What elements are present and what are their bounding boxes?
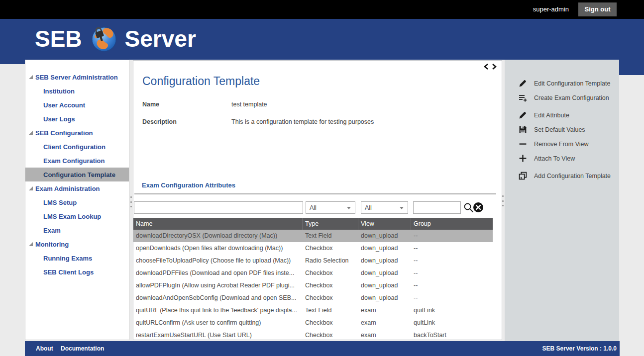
attach-to-view-action[interactable]: Attach To View xyxy=(505,151,619,166)
sidebar-item-monitoring[interactable]: Monitoring xyxy=(25,237,129,251)
search-icon[interactable] xyxy=(463,202,474,213)
tree-collapse-icon[interactable] xyxy=(29,131,33,135)
column-header-name[interactable]: Name xyxy=(133,218,303,230)
sidebar-item-configuration-template[interactable]: Configuration Template xyxy=(25,168,129,181)
group-filter-input[interactable] xyxy=(413,201,461,214)
chevron-down-icon xyxy=(400,207,404,209)
view-filter-value: All xyxy=(365,204,372,211)
sidebar-item-user-account[interactable]: User Account xyxy=(25,98,129,112)
table-row[interactable]: chooseFileToUploadPolicy (Choose file to… xyxy=(133,255,493,267)
sidebar-item-exam-configuration[interactable]: Exam Configuration xyxy=(25,154,129,168)
column-header-group[interactable]: Group xyxy=(411,218,493,230)
minus-icon xyxy=(519,140,527,148)
column-header-type[interactable]: Type xyxy=(303,218,358,230)
sidebar-item-exam[interactable]: Exam xyxy=(25,223,129,237)
pencil-icon xyxy=(519,79,527,88)
table-row[interactable]: restartExamUseStartURL (Use Start URL) C… xyxy=(133,329,493,340)
table-header-row: Name Type View Group xyxy=(133,218,493,230)
type-filter-value: All xyxy=(310,204,317,211)
logged-in-username: super-admin xyxy=(533,5,569,13)
page-title: Configuration Template xyxy=(142,75,260,88)
sidebar-item-seb-client-logs[interactable]: SEB Client Logs xyxy=(25,265,129,279)
actions-panel: Edit Configuration Template Create Exam … xyxy=(505,60,619,341)
next-icon[interactable] xyxy=(492,63,497,70)
footer-bar: About Documentation SEB Server Version :… xyxy=(25,341,620,356)
plus-icon xyxy=(519,154,527,163)
footer: About Documentation SEB Server Version :… xyxy=(0,341,644,356)
header-blue-extension-left xyxy=(0,60,25,64)
table-row[interactable]: downloadAndOpenSebConfig (Download and o… xyxy=(133,292,493,304)
create-list-icon xyxy=(519,93,527,102)
chevron-down-icon xyxy=(347,207,351,209)
brand: SEB Server xyxy=(35,25,196,53)
sidebar-item-user-logs[interactable]: User Logs xyxy=(25,112,129,126)
sidebar-resize-handle[interactable] xyxy=(130,196,132,207)
pencil-icon xyxy=(519,111,527,119)
header-blue-extension-right xyxy=(619,60,644,75)
sign-out-button[interactable]: Sign out xyxy=(578,2,617,16)
sidebar-item-institution[interactable]: Institution xyxy=(25,84,129,98)
sidebar-item-exam-administration[interactable]: Exam Administration xyxy=(25,181,129,195)
name-field-value: test template xyxy=(231,101,267,108)
attributes-section-title: Exam Configuration Attributes xyxy=(142,181,235,189)
tree-collapse-icon[interactable] xyxy=(29,75,33,79)
set-default-values-action[interactable]: Set Default Values xyxy=(505,122,619,137)
topbar: super-admin Sign out xyxy=(0,0,644,19)
sidebar-item-lms-setup[interactable]: LMS Setup xyxy=(25,195,129,209)
edit-configuration-template-action[interactable]: Edit Configuration Template xyxy=(505,76,619,90)
table-row[interactable]: downloadPDFFiles (Download and open PDF … xyxy=(133,267,493,279)
content-card: Configuration Template Name test templat… xyxy=(133,60,502,340)
about-link[interactable]: About xyxy=(36,345,53,352)
description-field-value: This is a configuration template for tes… xyxy=(231,118,374,125)
sidebar-item-seb-configuration[interactable]: SEB Configuration xyxy=(25,126,129,140)
remove-from-view-action[interactable]: Remove From View xyxy=(505,137,619,151)
card-pagination xyxy=(484,63,497,70)
type-filter-dropdown[interactable]: All xyxy=(306,201,355,214)
seb-globe-lock-logo-icon xyxy=(90,25,118,53)
documentation-link[interactable]: Documentation xyxy=(61,345,104,352)
section-divider xyxy=(134,193,496,194)
table-row[interactable]: openDownloads (Open files after download… xyxy=(133,242,493,255)
app-header: SEB Server xyxy=(0,19,644,60)
name-field-row: Name test template xyxy=(142,101,267,108)
brand-text-server: Server xyxy=(125,25,196,52)
sidebar-item-seb-server-administration[interactable]: SEB Server Administration xyxy=(25,70,129,84)
sidebar-navigation: SEB Server Administration Institution Us… xyxy=(25,60,129,340)
clear-filter-icon[interactable] xyxy=(473,202,484,213)
column-header-view[interactable]: View xyxy=(358,218,411,230)
sidebar-item-client-configuration[interactable]: Client Configuration xyxy=(25,140,129,154)
attributes-table: Name Type View Group downloadDirectoryOS… xyxy=(133,218,493,340)
sidebar-item-lms-exam-lookup[interactable]: LMS Exam Lookup xyxy=(25,209,129,223)
brand-text-seb: SEB xyxy=(35,25,82,52)
table-row[interactable]: quitURLConfirm (Ask user to confirm quit… xyxy=(133,317,493,329)
create-exam-configuration-action[interactable]: Create Exam Configuration xyxy=(505,90,619,105)
version-label: SEB Server Version : 1.0.0 xyxy=(542,345,617,352)
table-row[interactable]: quitURL (Place this quit link to the 'fe… xyxy=(133,304,493,317)
tree-collapse-icon[interactable] xyxy=(29,186,33,190)
description-field-row: Description This is a configuration temp… xyxy=(142,118,374,125)
sidebar-item-running-exams[interactable]: Running Exams xyxy=(25,251,129,265)
attributes-filter-row: All All xyxy=(134,201,496,214)
description-field-label: Description xyxy=(142,118,231,125)
add-configuration-template-action[interactable]: Add Configuration Template xyxy=(505,169,619,183)
copy-icon xyxy=(519,172,527,180)
view-filter-dropdown[interactable]: All xyxy=(361,201,408,214)
edit-attribute-action[interactable]: Edit Attribute xyxy=(505,108,619,122)
prev-icon[interactable] xyxy=(484,63,489,70)
table-row[interactable]: allowPDFPlugIn (Allow using Acrobat Read… xyxy=(133,279,493,292)
name-field-label: Name xyxy=(142,101,231,108)
table-row[interactable]: downloadDirectoryOSX (Download directory… xyxy=(133,230,493,242)
name-filter-input[interactable] xyxy=(134,201,303,214)
tree-collapse-icon[interactable] xyxy=(29,242,33,246)
save-icon xyxy=(519,125,527,134)
